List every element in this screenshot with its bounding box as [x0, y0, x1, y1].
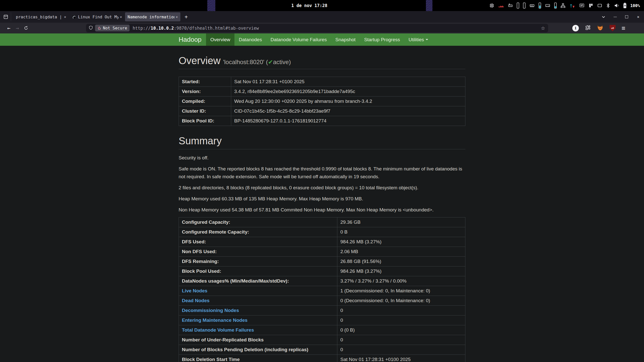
tab-title: Linux Find Out My Mac — [78, 15, 118, 19]
app-menu-icon[interactable]: ≡ — [622, 25, 625, 32]
row-label: Configured Capacity: — [179, 217, 337, 227]
meter-bar-empty-1 — [516, 2, 519, 9]
minimize-icon — [614, 17, 617, 17]
bookmark-star-icon[interactable]: ☆ — [541, 25, 545, 31]
tab-linux-find-out[interactable]: Linux Find Out My Mac ✕ — [69, 12, 125, 21]
hadoop-brand[interactable]: Hadoop — [175, 33, 206, 46]
extension-circle-icon[interactable]: i — [572, 25, 579, 31]
not-secure-badge[interactable]: Not Secure — [95, 25, 130, 31]
url-scheme: http:// — [133, 26, 151, 31]
row-label[interactable]: Entering Maintenance Nodes — [179, 315, 337, 325]
row-value: 26.88 GB (91.56%) — [337, 257, 465, 266]
tab-close-icon[interactable]: ✕ — [120, 15, 122, 19]
nav-item-datanode-volume-failures[interactable]: Datanode Volume Failures — [266, 33, 331, 46]
row-label: Number of Under-Replicated Blocks — [179, 335, 337, 345]
row-value: 3.4.2, r84e8b89ee2ebe6923691205b9e171bad… — [231, 87, 465, 97]
system-top-bar: 1 de nov 17:28 — [0, 0, 644, 11]
back-button[interactable]: ← — [5, 24, 13, 32]
table-row: Dead Nodes 0 (Decommissioned: 0, In Main… — [179, 296, 465, 306]
table-row: Block Deletion Start Time Sat Nov 01 17:… — [179, 355, 465, 362]
disk-icon — [545, 3, 551, 8]
row-value: 3.27% / 3.27% / 3.27% / 0.00% — [337, 276, 465, 286]
security-status-text: Security is off. — [179, 154, 465, 162]
window-minimize-button[interactable] — [609, 11, 621, 23]
window-maximize-button[interactable] — [621, 11, 632, 23]
system-clock: 1 de nov 17:28 — [291, 0, 327, 11]
window-close-button[interactable]: ✕ — [632, 11, 644, 23]
table-row: DataNodes usages% (Min/Median/Max/stdDev… — [179, 276, 465, 286]
non-heap-memory-text: Non Heap Memory used 54.38 MB of 57.81 M… — [179, 206, 465, 214]
row-value: 0 — [337, 335, 465, 345]
overview-header: Overview'localhost:8020' (✔active) — [179, 55, 465, 69]
namenode-info-table: Started: Sat Nov 01 17:28:31 +0100 2025 … — [179, 77, 465, 126]
system-tray: 100% — [489, 0, 644, 11]
battery-icon — [623, 3, 627, 9]
table-row: Number of Blocks Pending Deletion (inclu… — [179, 345, 465, 355]
nav-item-overview[interactable]: Overview — [206, 33, 234, 46]
table-row: Number of Under-Replicated Blocks 0 — [179, 335, 465, 345]
tab-practicas-bigdata[interactable]: practicas_bigdata | Recu ✕ — [13, 12, 69, 21]
tab-close-icon[interactable]: ✕ — [64, 15, 66, 19]
row-label: Version: — [179, 87, 231, 97]
nav-item-startup-progress[interactable]: Startup Progress — [360, 33, 404, 46]
row-value: 29.36 GB — [337, 217, 465, 227]
row-label: Block Pool Used: — [179, 266, 337, 276]
row-label[interactable]: Dead Nodes — [179, 296, 337, 306]
summary-title: Summary — [179, 135, 222, 146]
url-path: :9870/dfshealth.html#tab-overview — [174, 26, 259, 31]
tab-namenode-information[interactable]: Namenode information ✕ — [125, 12, 180, 21]
table-row: Cluster ID: CID-07c1b45c-1f5b-4c25-8c29-… — [179, 106, 465, 116]
table-row: DFS Used: 984.26 MB (3.27%) — [179, 237, 465, 247]
utilities-label: Utilities — [409, 37, 424, 42]
row-value: 0 — [337, 315, 465, 325]
nav-item-utilities[interactable]: Utilities — [404, 33, 432, 46]
tracking-shield-icon[interactable] — [89, 25, 93, 31]
new-tab-button[interactable]: + — [182, 13, 190, 21]
active-check-icon: ✔ — [268, 59, 273, 65]
row-label: DFS Remaining: — [179, 257, 337, 266]
glitch-artifact — [426, 0, 432, 11]
reload-button[interactable] — [22, 24, 30, 32]
ublock-origin-icon[interactable]: uO — [610, 25, 616, 31]
table-row: Configured Remote Capacity: 0 B — [179, 227, 465, 237]
ram-icon — [529, 3, 535, 8]
row-label: Cluster ID: — [179, 106, 231, 116]
panel-layout-icon — [588, 3, 594, 8]
row-label[interactable]: Total Datanode Volume Failures — [179, 325, 337, 335]
forward-button[interactable]: → — [13, 24, 22, 32]
row-label: DFS Used: — [179, 237, 337, 247]
row-label[interactable]: Decommissioning Nodes — [179, 306, 337, 315]
not-secure-label: Not Secure — [103, 26, 127, 30]
fox-extension-icon[interactable] — [597, 25, 603, 32]
row-label[interactable]: Live Nodes — [179, 286, 337, 296]
url-text[interactable]: http://10.10.0.2:9870/dfshealth.html#tab… — [133, 26, 259, 31]
table-row: Non DFS Used: 2.06 MB — [179, 247, 465, 257]
safemode-status-text: Safe mode is ON. The reported blocks 8 h… — [179, 165, 465, 180]
page-content: Overview'localhost:8020' (✔active) Start… — [0, 55, 644, 362]
cpu-graph-icon — [498, 3, 504, 8]
tab-title: practicas_bigdata | Recu — [16, 15, 63, 19]
nav-item-snapshot[interactable]: Snapshot — [331, 33, 360, 46]
maximize-icon — [625, 15, 628, 18]
row-value: 2.06 MB — [337, 247, 465, 257]
nav-item-datanodes[interactable]: Datanodes — [234, 33, 266, 46]
display-icon — [597, 3, 602, 8]
row-label: Compiled: — [179, 97, 231, 106]
table-row: Block Pool Used: 984.26 MB (3.27%) — [179, 266, 465, 276]
ram-usage-meter — [538, 2, 541, 9]
hadoop-navbar: Hadoop Overview Datanodes Datanode Volum… — [0, 33, 644, 46]
table-row: DFS Remaining: 26.88 GB (91.56%) — [179, 257, 465, 266]
row-value: 0 (Decommissioned: 0, In Maintenance: 0) — [337, 296, 465, 306]
url-bar[interactable]: Not Secure http://10.10.0.2:9870/dfsheal… — [86, 24, 548, 32]
table-row: Entering Maintenance Nodes 0 — [179, 315, 465, 325]
row-value: 0 — [337, 345, 465, 355]
traffic-arrows-icon — [569, 3, 576, 9]
tab-close-icon[interactable]: ✕ — [176, 15, 178, 19]
extensions-puzzle-icon[interactable] — [585, 25, 591, 32]
browser-toolbar: ← → Not Secure http://10.10.0.2:9870/dfs… — [0, 23, 644, 33]
firefox-view-button[interactable] — [2, 12, 11, 21]
table-row: Version: 3.4.2, r84e8b89ee2ebe6923691205… — [179, 87, 465, 97]
network-card-icon — [508, 3, 513, 8]
tab-list-chevron-button[interactable] — [598, 11, 609, 23]
table-row: Configured Capacity: 29.36 GB — [179, 217, 465, 227]
